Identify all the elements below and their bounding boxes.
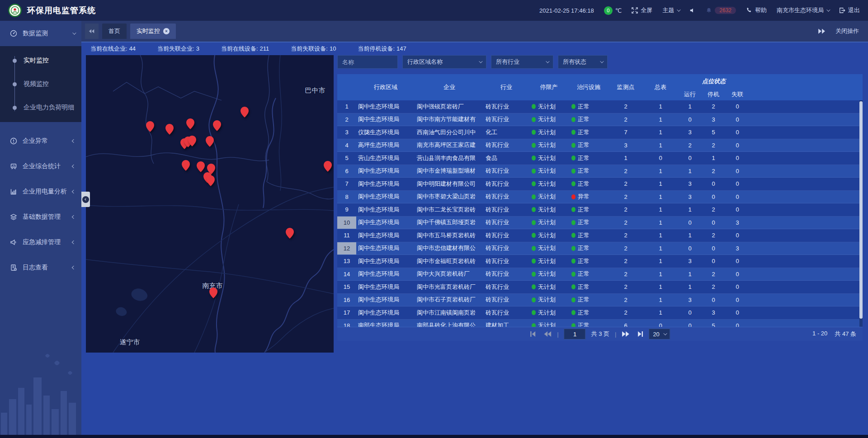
table-row[interactable]: 11阆中生态环境局阆中市五马桥页岩机砖砖瓦行业无计划正常21120 [337, 229, 863, 242]
page-size-select[interactable]: 20 [649, 329, 670, 339]
help-button[interactable]: 帮助 [746, 6, 767, 14]
sidebar-item-data-monitoring[interactable]: 数据监测 [0, 21, 81, 46]
map-panel[interactable]: 巴中市南充市遂宁市 [86, 55, 334, 353]
cell-stop: 2 [702, 283, 725, 290]
cell-run: 1 [678, 103, 702, 110]
status-dot-icon [571, 169, 576, 174]
table-row[interactable]: 7阆中生态环境局阆中明阳建材有限公司砖瓦行业无计划正常21300 [337, 178, 863, 191]
scrollbar-thumb[interactable] [859, 101, 863, 319]
table-row[interactable]: 14阆中生态环境局阆中大兴页岩机砖厂砖瓦行业无计划正常21120 [337, 268, 863, 281]
sidebar-item-power-analysis[interactable]: 企业用电量分析 [0, 179, 81, 204]
sidebar-item-power-load-detail[interactable]: 企业电力负荷明细 [0, 96, 81, 119]
table-row[interactable]: 9阆中生态环境局阆中市二龙长宝页岩砖砖瓦行业无计划正常21120 [337, 203, 863, 217]
submenu-dot-icon [13, 106, 17, 110]
stat-online-enterprises: 当前在线企业:44 [90, 45, 136, 53]
close-tab-icon[interactable]: × [163, 28, 170, 34]
last-page-button[interactable] [635, 331, 643, 337]
map-pin[interactable] [207, 175, 215, 186]
log-file-icon [10, 264, 17, 271]
map-pin[interactable] [241, 107, 249, 118]
table-row[interactable]: 5营山生态环境局营山县润丰肉食品有限食品无计划正常10010 [337, 152, 863, 165]
cell-region: 阆中生态环境局 [356, 115, 415, 123]
table-row[interactable]: 17阆中生态环境局阆中市江南镇阆南页岩砖瓦行业无计划正常21030 [337, 306, 863, 320]
row-index: 7 [337, 178, 356, 190]
sidebar-item-emergency-reduction[interactable]: 应急减排管理 [0, 230, 81, 255]
chevron-left-icon [72, 215, 75, 219]
map-pin[interactable] [146, 121, 154, 132]
status-filter-select[interactable]: 所有状态 [558, 55, 608, 69]
table-row[interactable]: 3仪陇生态环境局西南油气田分公司川中化工无计划正常71350 [337, 126, 863, 139]
table-row[interactable]: 6阆中生态环境局阆中市金博瑞新型墙材砖瓦行业无计划正常21120 [337, 165, 863, 178]
sidebar-item-realtime-monitoring[interactable]: 实时监控 [0, 49, 81, 72]
cell-meter: 1 [643, 142, 678, 149]
sidebar-collapse-button[interactable] [81, 192, 90, 207]
map-pin[interactable] [165, 124, 174, 135]
table-row[interactable]: 13阆中生态环境局阆中市金福旺页岩机砖砖瓦行业无计划正常21300 [337, 255, 863, 268]
sidebar-item-enterprise-statistics[interactable]: 企业综合统计 [0, 154, 81, 179]
map-pin[interactable] [213, 120, 221, 131]
table-row[interactable]: 16阆中生态环境局阆中市石子页岩机砖厂砖瓦行业无计划正常21300 [337, 294, 863, 307]
table-row[interactable]: 18南部生态环境局南部县砖化上沟有限公建材加工无计划正常60050 [337, 320, 863, 327]
tab-home[interactable]: 首页 [102, 24, 127, 39]
cell-run: 1 [678, 271, 702, 278]
region-filter-select[interactable]: 行政区域名称 [402, 55, 486, 69]
map-pin[interactable] [206, 136, 214, 147]
fullscreen-button[interactable]: 全屏 [632, 6, 652, 14]
cell-company: 阆中市金博瑞新型墙材 [415, 167, 484, 175]
table-row[interactable]: 4高坪生态环境局南充市高坪区王家店建砖瓦行业无计划正常31220 [337, 139, 863, 152]
industry-filter-select[interactable]: 所有行业 [491, 55, 553, 69]
first-page-button[interactable] [530, 331, 538, 337]
table-row[interactable]: 12阆中生态环境局阆中市忠信建材有限公砖瓦行业无计划正常21003 [337, 242, 863, 255]
status-dot-icon [532, 117, 536, 122]
cell-monitor: 2 [609, 180, 643, 187]
table-scrollbar[interactable] [859, 100, 863, 327]
map-pin[interactable] [197, 161, 205, 172]
theme-dropdown[interactable]: 主题 [662, 6, 679, 14]
prev-page-button[interactable] [543, 331, 552, 337]
double-chevron-right-icon[interactable] [817, 28, 826, 34]
map-pin[interactable] [182, 160, 190, 171]
cell-stop-plan: 无计划 [529, 309, 569, 317]
sidebar-item-log-view[interactable]: 日志查看 [0, 255, 81, 280]
cell-stop: 2 [702, 168, 725, 174]
sidebar-submenu: 实时监控 视频监控 企业电力负荷明细 [0, 46, 81, 122]
bell-icon [706, 7, 712, 14]
status-dot-icon [571, 297, 576, 302]
map-pin[interactable] [286, 228, 294, 239]
next-page-button[interactable] [622, 331, 630, 337]
logout-button[interactable]: 退出 [839, 6, 860, 14]
tab-realtime-monitoring[interactable]: 实时监控 × [130, 24, 176, 39]
table-row[interactable]: 10阆中生态环境局阆中千佛镇五郎垭页岩砖瓦行业无计划正常21003 [337, 217, 863, 230]
total-count-label: 共 47 条 [835, 330, 856, 338]
tab-scroll-left-button[interactable] [85, 24, 99, 39]
name-filter-input[interactable] [337, 55, 398, 69]
cell-meter: 1 [643, 193, 678, 200]
notifications[interactable]: 2632 [706, 7, 736, 14]
page-number-input[interactable] [564, 329, 586, 339]
cell-run: 3 [678, 129, 702, 136]
table-row[interactable]: 2阆中生态环境局阆中市南方节能建材有砖瓦行业无计划正常21030 [337, 113, 863, 127]
map-pin[interactable] [324, 161, 332, 172]
sidebar-item-base-data[interactable]: 基础数据管理 [0, 204, 81, 230]
table-row[interactable]: 1阆中生态环境局阆中强锐页岩砖厂砖瓦行业无计划正常21120 [337, 100, 863, 113]
table-row[interactable]: 15阆中生态环境局阆中市光富页岩机砖厂砖瓦行业无计划正常21120 [337, 281, 863, 294]
sidebar-item-video-monitoring[interactable]: 视频监控 [0, 72, 81, 96]
sidebar-item-enterprise-abnormal[interactable]: 企业异常 [0, 128, 81, 154]
row-index: 6 [337, 165, 356, 178]
cell-run: 0 [678, 309, 702, 316]
map-canvas[interactable]: 巴中市南充市遂宁市 [86, 55, 334, 353]
status-dot-icon [532, 323, 536, 327]
cell-meter: 0 [643, 155, 678, 161]
sound-button[interactable] [689, 7, 696, 14]
status-dot-icon [571, 130, 576, 135]
map-pin[interactable] [186, 118, 194, 129]
cell-monitor: 3 [609, 142, 643, 149]
cell-stop-plan: 无计划 [529, 141, 569, 149]
cell-meter: 1 [643, 309, 678, 316]
cell-company: 南充市高坪区王家店建 [415, 141, 484, 149]
close-operations-button[interactable]: 关闭操作 [835, 27, 859, 35]
col-lost: 失联 [725, 90, 750, 99]
table-row[interactable]: 8阆中生态环境局阆中市枣碧大梁山页岩砖瓦行业无计划异常21300 [337, 191, 863, 204]
org-dropdown[interactable]: 南充市生态环境局 [777, 6, 829, 14]
col-region: 行政区域 [356, 83, 415, 91]
